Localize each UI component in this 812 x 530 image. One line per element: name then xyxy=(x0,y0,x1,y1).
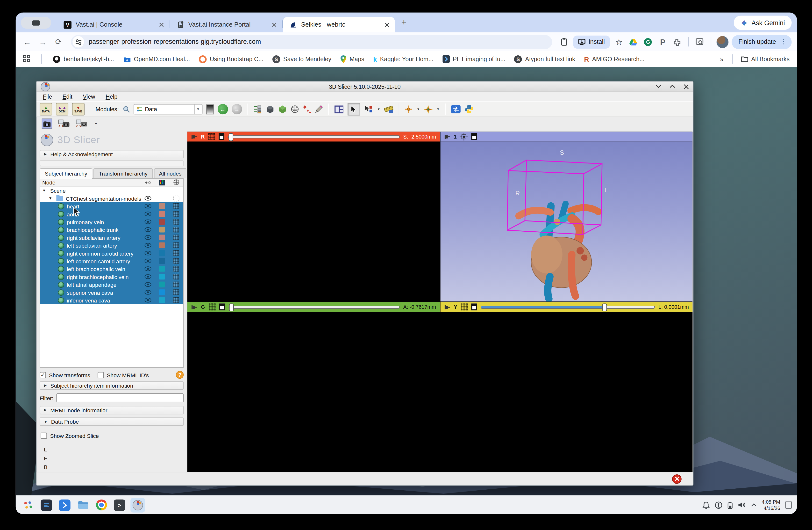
drive-extension-icon[interactable] xyxy=(628,38,639,45)
bookmark-mendeley[interactable]: S Save to Mendeley xyxy=(272,55,331,63)
yellow-slice-canvas[interactable] xyxy=(440,312,693,472)
menu-item[interactable]: Edit xyxy=(62,94,72,100)
tab-selkies-active[interactable]: Selkies - webrtc xyxy=(283,17,395,32)
save-button[interactable]: ▼SAVE xyxy=(72,103,85,115)
screenshot-button[interactable] xyxy=(42,118,52,129)
visibility-eye-icon[interactable] xyxy=(141,243,155,248)
segment-color-swatch[interactable] xyxy=(159,219,165,225)
tree-row-folder[interactable]: ▼ CTChest segmentation-models xyxy=(40,194,183,202)
mesh-grid-icon[interactable] xyxy=(173,282,179,288)
bookmarks-overflow-button[interactable]: » xyxy=(720,55,724,63)
segment-color-swatch[interactable] xyxy=(159,235,165,240)
visibility-eye-icon[interactable] xyxy=(141,212,155,216)
mesh-sphere-icon[interactable] xyxy=(291,105,299,113)
markups-pencil-icon[interactable] xyxy=(315,105,323,113)
bookmark-openmd[interactable]: OpenMD.com Heal... xyxy=(123,56,190,62)
tree-row-segment[interactable]: right subclavian artery xyxy=(40,234,183,241)
slice-visibility-icon[interactable] xyxy=(208,133,215,140)
tree-row-segment[interactable]: left common carotid artery xyxy=(40,257,183,265)
slicer-taskbar-button[interactable] xyxy=(130,498,145,512)
pin-icon[interactable] xyxy=(444,134,450,139)
mesh-grid-icon[interactable] xyxy=(173,250,179,256)
tree-row-segment[interactable]: brachiocephalic trunk xyxy=(40,226,183,233)
segment-color-swatch[interactable] xyxy=(159,227,165,233)
show-mrml-ids-checkbox[interactable] xyxy=(98,372,104,378)
slice-menu-icon[interactable] xyxy=(219,133,224,140)
visibility-eye-icon[interactable] xyxy=(141,204,155,208)
visibility-eye-icon[interactable] xyxy=(141,298,155,303)
red-slice-controller[interactable]: R S: -2.5000mm xyxy=(187,131,440,141)
mouse-mode-button[interactable] xyxy=(347,103,360,115)
center-view-icon[interactable] xyxy=(460,133,468,140)
python-console-icon[interactable] xyxy=(464,104,474,114)
visibility-eye-icon[interactable] xyxy=(141,251,155,255)
menu-item[interactable]: View xyxy=(83,94,95,100)
apps-grid-icon[interactable] xyxy=(23,55,30,64)
tree-row-segment[interactable]: superior vena cava xyxy=(40,289,183,296)
slice-offset-slider[interactable] xyxy=(481,305,654,308)
mesh-grid-icon[interactable] xyxy=(173,242,179,248)
visibility-eye-icon[interactable] xyxy=(141,227,155,232)
segment-color-swatch[interactable] xyxy=(159,258,165,264)
layout-selector-icon[interactable] xyxy=(334,105,344,114)
selection-box-icon[interactable] xyxy=(169,195,183,201)
bookmark-pet-imaging[interactable]: PET imaging of tu... xyxy=(442,55,505,62)
tab-all-nodes[interactable]: All nodes xyxy=(154,168,187,178)
pin-icon[interactable] xyxy=(191,134,197,139)
module-history-icon[interactable] xyxy=(206,104,214,114)
browser-menu-icon[interactable]: ⋮ xyxy=(780,38,786,45)
green-slice-controller[interactable]: G A: -0.7617mm xyxy=(187,302,440,312)
modules-combobox[interactable]: Data ▼ xyxy=(133,104,202,114)
segment-color-swatch[interactable] xyxy=(159,250,165,256)
combo-arrow-icon[interactable]: ▼ xyxy=(194,104,202,114)
bookmark-star-icon[interactable]: ☆ xyxy=(613,37,625,47)
segment-color-swatch[interactable] xyxy=(159,282,165,288)
tree-row-segment[interactable]: heart xyxy=(40,202,183,210)
chrome-button[interactable] xyxy=(94,498,108,512)
volume-icon[interactable] xyxy=(738,501,745,508)
mesh-grid-icon[interactable] xyxy=(173,227,179,233)
tab-instance-portal[interactable]: Vast.ai Instance Portal xyxy=(170,17,282,32)
close-tab-icon[interactable] xyxy=(270,20,278,29)
forward-module-button[interactable]: → xyxy=(232,104,242,114)
tree-row-scene[interactable]: ▼ Scene xyxy=(40,186,183,194)
tab-search-button[interactable] xyxy=(21,17,51,29)
tab-subject-hierarchy[interactable]: Subject hierarchy xyxy=(40,168,92,179)
crosshair-tool-icon[interactable] xyxy=(404,105,413,113)
error-log-button[interactable] xyxy=(672,474,682,484)
extensions-puzzle-icon[interactable] xyxy=(672,38,683,46)
slice-offset-slider[interactable] xyxy=(228,135,400,138)
tree-row-segment[interactable]: left atrial appendage xyxy=(40,280,183,288)
visibility-eye-icon[interactable] xyxy=(141,290,155,294)
taskbar-clock[interactable]: 4:05 PM 4/16/26 xyxy=(762,499,780,511)
taskbar-app-blue[interactable] xyxy=(57,498,72,512)
file-manager-button[interactable] xyxy=(76,498,90,512)
slice-menu-icon[interactable] xyxy=(471,304,477,310)
crosshair-cube-icon[interactable] xyxy=(265,105,274,114)
pin-icon[interactable] xyxy=(191,304,197,310)
mesh-grid-icon[interactable] xyxy=(173,203,179,209)
close-window-icon[interactable] xyxy=(684,84,689,89)
search-tabs-icon[interactable] xyxy=(694,38,706,46)
mesh-grid-icon[interactable] xyxy=(173,235,179,240)
segment-color-swatch[interactable] xyxy=(159,242,165,248)
site-info-button[interactable] xyxy=(72,36,84,47)
yellow-slice-controller[interactable]: Y L: 0.0001mm xyxy=(440,302,693,312)
visibility-eye-icon[interactable] xyxy=(141,235,155,240)
ask-gemini-button[interactable]: Ask Gemini xyxy=(734,16,792,30)
minimize-icon[interactable] xyxy=(655,84,661,88)
segment-color-swatch[interactable] xyxy=(159,266,165,272)
tree-row-segment[interactable]: right common carotid artery xyxy=(40,249,183,257)
red-slice-canvas[interactable] xyxy=(187,142,440,302)
tab-transform-hierarchy[interactable]: Transform hierarchy xyxy=(93,168,153,178)
menu-item[interactable]: Help xyxy=(105,94,117,100)
mesh-grid-icon[interactable] xyxy=(173,219,179,225)
node-column-header[interactable]: Node xyxy=(40,179,141,185)
visibility-eye-icon[interactable] xyxy=(141,219,155,224)
ruler-icon[interactable] xyxy=(384,105,393,114)
bookmark-bootstrap[interactable]: Using Bootstrap C... xyxy=(199,55,263,63)
terminal-button[interactable]: > xyxy=(112,498,127,512)
show-zoomed-slice-checkbox[interactable] xyxy=(41,433,47,439)
segment-color-swatch[interactable] xyxy=(159,274,165,279)
show-desktop-button[interactable] xyxy=(785,501,792,509)
